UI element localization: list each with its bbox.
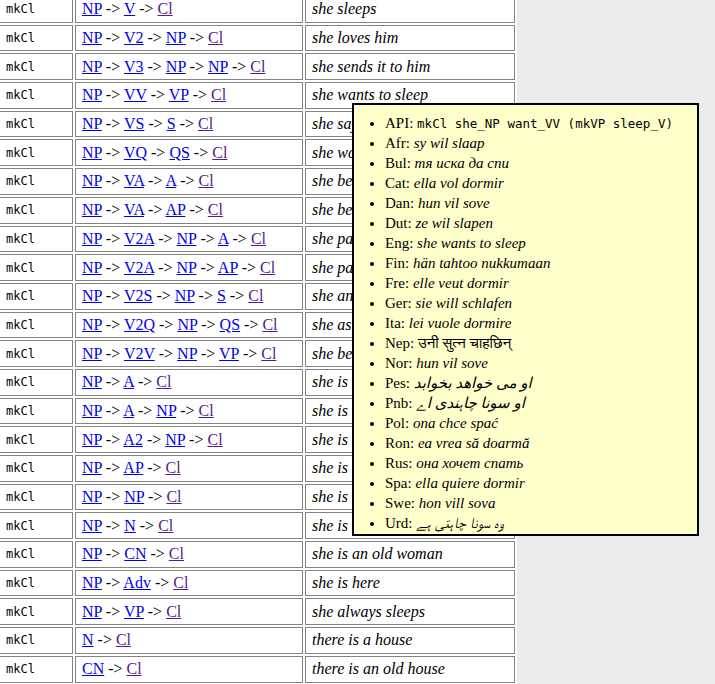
category-link-adv[interactable]: Adv [123,574,151,591]
category-link-np[interactable]: NP [82,431,102,448]
category-link-va[interactable]: VA [124,172,144,189]
category-link-np[interactable]: NP [177,345,197,362]
category-link-np[interactable]: NP [156,402,176,419]
category-link-np[interactable]: NP [165,431,185,448]
category-link-v2[interactable]: V2 [124,29,144,46]
category-link-np[interactable]: NP [124,488,144,505]
category-link-np[interactable]: NP [82,230,102,247]
category-link-np[interactable]: NP [82,86,102,103]
category-link-vs[interactable]: VS [124,115,144,132]
category-link-va[interactable]: VA [124,201,144,218]
category-link-v2v[interactable]: V2V [124,345,155,362]
category-link-ap[interactable]: AP [123,459,143,476]
category-link-vp[interactable]: VP [124,603,144,620]
category-link-np[interactable]: NP [82,259,102,276]
function-name: mkCl [0,541,73,568]
category-link-vp[interactable]: VP [219,345,239,362]
category-link-np[interactable]: NP [82,287,102,304]
category-link-np[interactable]: NP [82,58,102,75]
category-link-np[interactable]: NP [82,144,102,161]
category-link-vp[interactable]: VP [169,86,189,103]
category-link-np[interactable]: NP [82,201,102,218]
category-link-np[interactable]: NP [166,29,186,46]
category-link-np[interactable]: NP [82,29,102,46]
category-link-cl[interactable]: Cl [199,402,214,419]
category-link-cl[interactable]: Cl [261,345,276,362]
arrow-text: -> [196,259,217,276]
category-link-cl[interactable]: Cl [166,459,181,476]
function-name: mkCl [0,254,73,281]
category-link-np[interactable]: NP [82,402,102,419]
category-link-n[interactable]: N [124,517,136,534]
category-link-cl[interactable]: Cl [248,287,263,304]
category-link-cl[interactable]: Cl [260,259,275,276]
category-link-np[interactable]: NP [82,603,102,620]
category-link-np[interactable]: NP [177,259,197,276]
category-link-cl[interactable]: Cl [262,316,277,333]
category-link-v2a[interactable]: V2A [124,259,154,276]
category-link-v2a[interactable]: V2A [124,230,154,247]
category-link-qs[interactable]: QS [169,144,189,161]
category-link-v2q[interactable]: V2Q [124,316,155,333]
category-link-np[interactable]: NP [82,459,102,476]
language-label: Rus: [385,455,416,471]
category-link-a[interactable]: A [123,402,134,419]
category-link-cl[interactable]: Cl [166,603,181,620]
category-link-a[interactable]: A [166,172,177,189]
category-link-s[interactable]: S [167,115,176,132]
category-link-np[interactable]: NP [177,316,197,333]
category-link-np[interactable]: NP [82,172,102,189]
category-link-cn[interactable]: CN [82,660,104,677]
category-link-cl[interactable]: Cl [198,115,213,132]
category-link-cl[interactable]: Cl [156,373,171,390]
category-link-s[interactable]: S [217,287,226,304]
category-link-v[interactable]: V [124,0,135,17]
language-label: API: [385,115,417,131]
category-link-cl[interactable]: Cl [208,29,223,46]
category-link-cl[interactable]: Cl [158,517,173,534]
category-link-np[interactable]: NP [177,230,197,247]
category-link-np[interactable]: NP [82,517,102,534]
category-link-ap[interactable]: AP [166,201,186,218]
category-link-v2s[interactable]: V2S [124,287,152,304]
category-link-cl[interactable]: Cl [207,431,222,448]
arrow-text: -> [195,287,217,304]
category-link-np[interactable]: NP [82,488,102,505]
category-link-cl[interactable]: Cl [208,201,223,218]
category-link-cl[interactable]: Cl [199,172,214,189]
category-link-np[interactable]: NP [82,574,102,591]
arrow-text: -> [144,603,166,620]
category-link-np[interactable]: NP [82,0,102,17]
category-link-a[interactable]: A [123,373,134,390]
category-link-vq[interactable]: VQ [124,144,147,161]
category-link-a2[interactable]: A2 [123,431,143,448]
category-link-cl[interactable]: Cl [169,545,184,562]
category-link-a[interactable]: A [218,230,229,247]
category-link-v3[interactable]: V3 [124,58,144,75]
category-link-cl[interactable]: Cl [211,86,226,103]
category-link-np[interactable]: NP [82,316,102,333]
category-link-cl[interactable]: Cl [251,230,266,247]
category-link-cl[interactable]: Cl [158,0,173,17]
category-link-cl[interactable]: Cl [166,488,181,505]
category-link-np[interactable]: NP [82,545,102,562]
category-link-cl[interactable]: Cl [116,631,131,648]
category-link-vv[interactable]: VV [124,86,147,103]
category-link-n[interactable]: N [82,631,94,648]
category-link-np[interactable]: NP [82,345,102,362]
category-link-cl[interactable]: Cl [173,574,188,591]
language-label: Ita: [385,315,409,331]
category-link-np[interactable]: NP [82,115,102,132]
category-link-qs[interactable]: QS [220,316,240,333]
category-link-cl[interactable]: Cl [250,58,265,75]
arrow-text: -> [239,345,261,362]
category-link-np[interactable]: NP [82,373,102,390]
category-link-np[interactable]: NP [166,58,186,75]
category-link-cl[interactable]: Cl [127,660,142,677]
category-link-cn[interactable]: CN [124,545,146,562]
category-link-np[interactable]: NP [208,58,228,75]
category-link-np[interactable]: NP [175,287,195,304]
category-link-ap[interactable]: AP [218,259,238,276]
arrow-text: -> [102,431,123,448]
category-link-cl[interactable]: Cl [212,144,227,161]
